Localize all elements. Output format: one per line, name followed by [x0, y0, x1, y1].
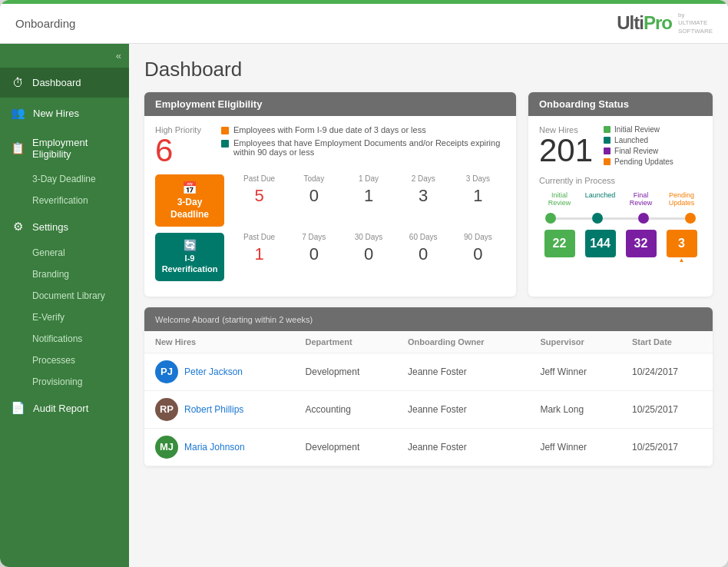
owner-robert: Jeanne Foster — [397, 390, 529, 428]
sidebar-sub-doc-library[interactable]: Document Library — [0, 285, 129, 307]
reverification-badge: 🔄 I-9Reverification — [155, 233, 224, 281]
stat-val-60days: 0 — [419, 244, 428, 264]
stat-label-90days: 90 Days — [464, 233, 492, 241]
stat-3days-3day: 3 Days 1 — [451, 174, 505, 227]
stat-val-rev-past-due: 1 — [254, 244, 263, 264]
stat-past-due-rev: Past Due 1 — [232, 233, 286, 281]
badge-initial-box: 22 — [544, 230, 575, 257]
legend-label-pending: Pending Updates — [614, 158, 673, 166]
legend-initial: Initial Review — [604, 125, 673, 134]
avatar-robert: RP — [155, 398, 178, 421]
process-label: Currently in Process — [539, 176, 702, 185]
sidebar-sub-notifications[interactable]: Notifications — [0, 328, 129, 350]
stat-label-today: Today — [303, 174, 324, 183]
avatar-peter: PJ — [155, 360, 178, 383]
legend-dot-orange — [221, 127, 229, 134]
sidebar-sub-processes[interactable]: Processes — [0, 350, 129, 371]
col-department: Department — [295, 331, 397, 353]
stat-label-30days: 30 Days — [355, 233, 383, 241]
dot-pending — [685, 213, 696, 224]
start-peter: 10/24/2017 — [621, 353, 713, 390]
badge-pending-box: 3 — [667, 230, 697, 257]
badge-launched: 144 — [585, 230, 616, 257]
sidebar-sub-branding[interactable]: Branding — [0, 264, 129, 285]
stat-val-today: 0 — [309, 186, 319, 206]
cards-row: Employment Eligibility High Priority 6 — [144, 92, 713, 297]
legend-sq-green — [604, 126, 611, 133]
stat-today-3day: Today 0 — [286, 174, 341, 227]
col-onboarding-owner: Onboarding Owner — [397, 331, 529, 353]
reverification-label: I-9Reverification — [162, 253, 218, 275]
sidebar-item-audit-report[interactable]: 📄 Audit Report — [0, 393, 129, 423]
hire-name-robert[interactable]: Robert Phillips — [184, 404, 243, 415]
welcome-title: Welcome Aboard — [155, 315, 220, 324]
logo: UltiPro byULTIMATESOFTWARE — [617, 12, 713, 35]
supervisor-maria: Jeff Winner — [529, 428, 621, 466]
stage-pending: PendingUpdates — [665, 191, 699, 207]
settings-icon: ⚙ — [11, 220, 25, 234]
onboarding-card-header: Onboarding Status — [528, 92, 713, 116]
legend-launched: Launched — [604, 136, 673, 144]
sidebar-sub-3day[interactable]: 3-Day Deadline — [0, 168, 129, 190]
employment-eligibility-card: Employment Eligibility High Priority 6 — [144, 92, 516, 297]
onboarding-legend: Initial Review Launched Final Review — [604, 125, 673, 166]
hire-name-peter[interactable]: Peter Jackson — [184, 366, 243, 377]
onboarding-card-body: New Hires 201 Initial Review — [528, 116, 713, 267]
stat-val-3days: 1 — [473, 186, 482, 206]
sidebar-label-new-hires: New Hires — [33, 108, 79, 119]
sidebar-label-dashboard: Dashboard — [32, 77, 81, 88]
collapse-icon[interactable]: « — [116, 50, 121, 61]
sidebar-item-dashboard[interactable]: ⏱ Dashboard — [0, 68, 129, 98]
badge-pending: 3 — [667, 230, 697, 257]
sidebar-item-settings[interactable]: ⚙ Settings — [0, 211, 129, 242]
logo-by: byULTIMATESOFTWARE — [678, 12, 713, 35]
dot-final — [638, 213, 649, 224]
hire-name-maria[interactable]: Maria Johnson — [184, 442, 245, 453]
page-title: Dashboard — [144, 58, 713, 81]
legend-dot-teal — [221, 140, 229, 148]
content-area: Dashboard Employment Eligibility High Pr… — [129, 44, 728, 567]
process-stages: InitialReview Launched FinalReview Pendi… — [539, 191, 702, 207]
hire-cell-robert: RP Robert Phillips — [144, 390, 295, 428]
eligibility-card-header: Employment Eligibility — [144, 92, 516, 116]
stat-val-30days: 0 — [364, 244, 373, 264]
welcome-aboard-card: Welcome Aboard (starting within 2 weeks)… — [144, 307, 713, 466]
line-2 — [603, 217, 639, 220]
badge-final-box: 32 — [626, 230, 657, 257]
legend-item-teal: Employees that have Employment Documents… — [221, 138, 505, 157]
sidebar-label-audit-report: Audit Report — [33, 403, 88, 414]
legend-pending: Pending Updates — [604, 158, 673, 166]
sidebar-item-employment-eligibility[interactable]: 📋 Employment Eligibility — [0, 128, 129, 168]
dept-peter: Development — [295, 353, 397, 390]
process-line — [539, 213, 702, 224]
owner-maria: Jeanne Foster — [397, 428, 529, 466]
sidebar-sub-reverification[interactable]: Reverification — [0, 190, 129, 211]
stat-label-7days: 7 Days — [302, 233, 326, 241]
stat-60days-rev: 60 Days 0 — [396, 233, 451, 281]
three-day-stats: Past Due 5 Today 0 1 Day 1 — [232, 174, 505, 227]
three-day-deadline-row: 📅 3-DayDeadline Past Due 5 Today — [155, 174, 505, 227]
dot-initial — [545, 213, 556, 224]
three-day-badge: 📅 3-DayDeadline — [155, 174, 224, 227]
legend-label-initial: Initial Review — [614, 125, 660, 134]
sidebar-item-new-hires[interactable]: 👥 New Hires — [0, 98, 129, 128]
stat-2days-3day: 2 Days 3 — [396, 174, 451, 227]
high-priority-section: High Priority 6 — [155, 125, 209, 167]
sidebar-sub-everify[interactable]: E-Verify — [0, 307, 129, 328]
supervisor-peter: Jeff Winner — [529, 353, 621, 390]
dashboard-icon: ⏱ — [11, 76, 25, 89]
stat-label-past-due: Past Due — [243, 174, 275, 183]
dept-maria: Development — [295, 428, 397, 466]
stat-1day-3day: 1 Day 1 — [341, 174, 395, 227]
high-priority-row: High Priority 6 Employees with Form I-9 … — [155, 125, 505, 167]
stat-label-rev-past-due: Past Due — [243, 233, 275, 241]
sidebar-sub-general[interactable]: General — [0, 242, 129, 264]
employment-eligibility-icon: 📋 — [11, 141, 25, 155]
stat-val-past-due: 5 — [254, 186, 263, 206]
stat-val-2days: 3 — [419, 186, 428, 206]
sidebar-sub-provisioning[interactable]: Provisioning — [0, 371, 129, 393]
sidebar-collapse[interactable]: « — [0, 44, 129, 68]
calendar-icon: 📅 — [182, 181, 197, 195]
start-maria: 10/25/2017 — [621, 428, 713, 466]
line-1 — [556, 217, 592, 220]
